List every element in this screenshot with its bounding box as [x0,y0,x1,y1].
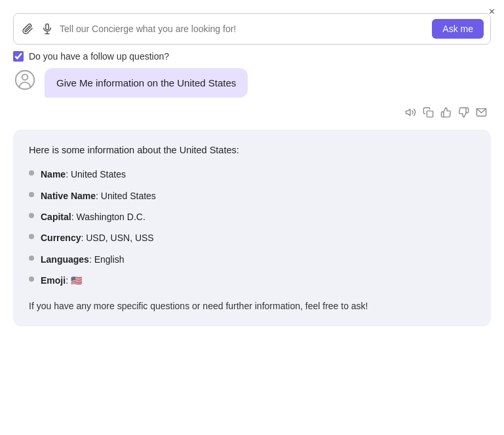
item-value: : USD, USN, USS [81,233,153,243]
thumbs-down-icon[interactable] [457,105,471,119]
item-value: : 🇺🇸 [66,275,82,286]
bullet-icon [29,192,34,197]
list-item: Currency: USD, USN, USS [29,231,475,245]
bullet-icon [29,234,34,239]
list-item: Name: United States [29,167,475,181]
item-value: : Washington D.C. [71,212,145,222]
bullet-icon [29,213,34,218]
avatar [13,68,37,92]
list-item: Capital: Washington D.C. [29,210,475,224]
copy-icon[interactable] [421,105,435,119]
thumbs-up-icon[interactable] [439,105,453,119]
list-item: Languages: English [29,252,475,267]
svg-marker-5 [406,109,410,116]
item-value: : United States [96,191,156,201]
bullet-icon [29,276,34,282]
search-input[interactable] [60,24,427,34]
search-bar: Ask me [13,13,491,45]
user-message-row: Give Me information on the United States [13,68,491,98]
follow-up-checkbox[interactable] [13,51,24,62]
attachment-icon[interactable] [20,23,35,35]
info-list: Name: United States Native Name: United … [29,167,475,288]
follow-up-label: Do you have a follow up question? [29,51,169,62]
item-label: Capital [41,212,71,222]
item-label: Native Name [41,191,96,201]
user-bubble: Give Me information on the United States [45,68,248,98]
microphone-icon[interactable] [40,23,54,35]
list-item: Emoji: 🇺🇸 [29,273,475,288]
action-icons-row [13,105,491,119]
mail-icon[interactable] [475,105,488,119]
bullet-icon [29,170,34,176]
speaker-icon[interactable] [404,105,417,119]
response-footer: If you have any more specific questions … [29,299,475,313]
item-label: Emoji [41,275,66,286]
svg-point-4 [22,75,28,81]
svg-rect-6 [427,111,433,117]
response-intro: Here is some information about the Unite… [29,143,475,158]
svg-rect-0 [46,24,49,30]
item-value: : United States [66,169,126,180]
chat-area: Give Me information on the United States [0,68,504,326]
follow-up-row: Do you have a follow up question? [13,51,491,62]
bullet-icon [29,255,34,261]
response-bubble: Here is some information about the Unite… [13,130,491,326]
close-button[interactable]: × [489,7,495,17]
item-label: Name [41,169,66,180]
ask-me-button[interactable]: Ask me [432,19,484,39]
item-label: Languages [41,254,89,265]
item-value: : English [89,254,125,265]
item-label: Currency [41,233,81,243]
list-item: Native Name: United States [29,189,475,203]
